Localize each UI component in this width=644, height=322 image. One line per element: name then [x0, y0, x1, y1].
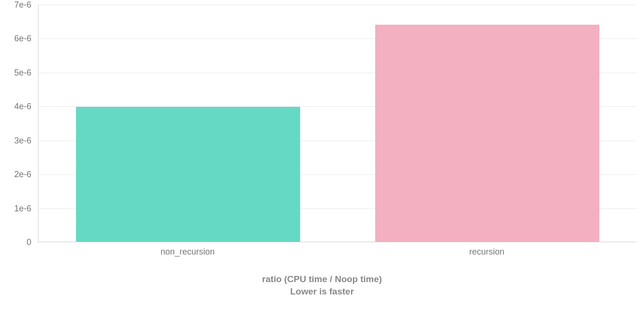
y-tick-label: 7e-6 [3, 0, 31, 10]
y-tick-label: 5e-6 [3, 67, 31, 77]
x-tick-label: recursion [469, 247, 504, 257]
y-tick-label: 2e-6 [3, 170, 31, 180]
y-tick-label: 6e-6 [3, 34, 31, 44]
chart-container [38, 5, 636, 242]
y-tick-label: 3e-6 [3, 135, 31, 145]
x-tick-label: non_recursion [161, 247, 215, 257]
y-tick-label: 1e-6 [3, 203, 31, 213]
bar-recursion [375, 25, 600, 242]
caption-line-2: Lower is faster [290, 286, 354, 296]
bar-non_recursion [76, 107, 301, 242]
caption-line-1: ratio (CPU time / Noop time) [262, 274, 382, 284]
y-tick-label: 4e-6 [3, 102, 31, 112]
y-tick-label: 0 [3, 237, 31, 247]
plot-area [38, 5, 636, 242]
gridline [38, 5, 637, 5]
chart-caption: ratio (CPU time / Noop time) Lower is fa… [0, 273, 644, 297]
